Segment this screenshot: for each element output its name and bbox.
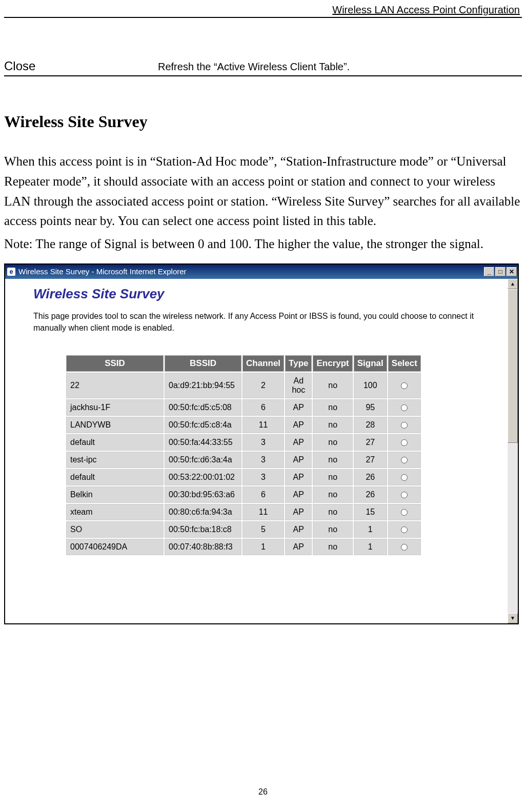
cell-ssid: 0007406249DA	[66, 539, 164, 555]
select-radio[interactable]	[401, 457, 408, 463]
th-select: Select	[388, 355, 421, 372]
cell-channel: 5	[242, 521, 284, 538]
cell-select	[388, 469, 421, 485]
cell-bssid: 00:50:fc:d5:c5:08	[165, 399, 241, 416]
select-radio[interactable]	[401, 492, 408, 498]
table-row: default00:53:22:00:01:023APno26	[66, 469, 421, 485]
table-row: xteam00:80:c6:fa:94:3a11APno15	[66, 504, 421, 520]
cell-signal: 28	[354, 417, 387, 433]
select-radio[interactable]	[401, 422, 408, 429]
select-radio[interactable]	[401, 382, 408, 389]
cell-bssid: 00:30:bd:95:63:a6	[165, 486, 241, 503]
cell-ssid: SO	[66, 521, 164, 538]
page-number: 26	[0, 787, 526, 797]
select-radio[interactable]	[401, 474, 408, 481]
cell-bssid: 00:50:fa:44:33:55	[165, 434, 241, 451]
window-titlebar: e Wireless Site Survey - Microsoft Inter…	[5, 265, 518, 279]
cell-bssid: 00:80:c6:fa:94:3a	[165, 504, 241, 520]
cell-signal: 26	[354, 469, 387, 485]
table-row: default00:50:fa:44:33:553APno27	[66, 434, 421, 451]
cell-type: AP	[285, 539, 312, 555]
table-row: SO00:50:fc:ba:18:c85APno1	[66, 521, 421, 538]
cell-type: AP	[285, 469, 312, 485]
cell-type: AP	[285, 486, 312, 503]
cell-type: Ad hoc	[285, 373, 312, 398]
cell-ssid: LANDYWB	[66, 417, 164, 433]
cell-signal: 100	[354, 373, 387, 398]
cell-select	[388, 373, 421, 398]
definition-row: Close Refresh the “Active Wireless Clien…	[4, 59, 522, 76]
th-ssid: SSID	[66, 355, 164, 372]
vertical-scrollbar[interactable]: ▲ ▼	[508, 279, 518, 623]
cell-ssid: test-ipc	[66, 452, 164, 468]
section-heading: Wireless Site Survey	[4, 112, 522, 131]
scroll-up-button[interactable]: ▲	[508, 279, 518, 289]
table-row: 0007406249DA00:07:40:8b:88:f31APno1	[66, 539, 421, 555]
section-para-2: Note: The range of Signal is between 0 a…	[4, 234, 522, 254]
cell-signal: 27	[354, 452, 387, 468]
cell-ssid: jackhsu-1F	[66, 399, 164, 416]
screenshot-figure: e Wireless Site Survey - Microsoft Inter…	[4, 263, 519, 624]
th-bssid: BSSID	[165, 355, 241, 372]
scroll-track[interactable]	[508, 289, 518, 613]
cell-type: AP	[285, 504, 312, 520]
cell-bssid: 00:07:40:8b:88:f3	[165, 539, 241, 555]
cell-encrypt: no	[313, 434, 352, 451]
cell-ssid: default	[66, 469, 164, 485]
cell-ssid: Belkin	[66, 486, 164, 503]
select-radio[interactable]	[401, 404, 408, 411]
cell-signal: 1	[354, 539, 387, 555]
cell-encrypt: no	[313, 469, 352, 485]
cell-signal: 95	[354, 399, 387, 416]
scroll-down-button[interactable]: ▼	[508, 613, 518, 623]
cell-bssid: 00:50:fc:d6:3a:4a	[165, 452, 241, 468]
cell-channel: 2	[242, 373, 284, 398]
cell-ssid: default	[66, 434, 164, 451]
cell-ssid: xteam	[66, 504, 164, 520]
cell-type: AP	[285, 521, 312, 538]
table-row: LANDYWB00:50:fc:d5:c8:4a11APno28	[66, 417, 421, 433]
cell-channel: 3	[242, 469, 284, 485]
cell-channel: 11	[242, 417, 284, 433]
window-minimize-button[interactable]: _	[484, 267, 494, 276]
select-radio[interactable]	[401, 544, 408, 551]
site-survey-table: SSID BSSID Channel Type Encrypt Signal S…	[65, 354, 422, 556]
cell-encrypt: no	[313, 504, 352, 520]
scroll-thumb[interactable]	[508, 289, 518, 443]
cell-channel: 6	[242, 486, 284, 503]
cell-select	[388, 452, 421, 468]
cell-bssid: 00:50:fc:d5:c8:4a	[165, 417, 241, 433]
cell-signal: 1	[354, 521, 387, 538]
cell-type: AP	[285, 434, 312, 451]
panel-description: This page provides tool to scan the wire…	[33, 310, 484, 334]
ie-icon: e	[7, 268, 15, 276]
select-radio[interactable]	[401, 439, 408, 446]
cell-channel: 6	[242, 399, 284, 416]
table-row: Belkin00:30:bd:95:63:a66APno26	[66, 486, 421, 503]
section-para-1: When this access point is in “Station-Ad…	[4, 152, 522, 231]
cell-channel: 1	[242, 539, 284, 555]
cell-encrypt: no	[313, 486, 352, 503]
th-channel: Channel	[242, 355, 284, 372]
cell-channel: 3	[242, 452, 284, 468]
cell-encrypt: no	[313, 373, 352, 398]
cell-encrypt: no	[313, 539, 352, 555]
cell-select	[388, 521, 421, 538]
cell-select	[388, 486, 421, 503]
cell-select	[388, 504, 421, 520]
th-type: Type	[285, 355, 312, 372]
cell-ssid: 22	[66, 373, 164, 398]
window-maximize-button[interactable]: □	[495, 267, 505, 276]
window-close-button[interactable]: ✕	[507, 267, 517, 276]
cell-select	[388, 539, 421, 555]
cell-type: AP	[285, 417, 312, 433]
cell-select	[388, 434, 421, 451]
cell-signal: 26	[354, 486, 387, 503]
select-radio[interactable]	[401, 526, 408, 533]
cell-encrypt: no	[313, 521, 352, 538]
table-row: jackhsu-1F00:50:fc:d5:c5:086APno95	[66, 399, 421, 416]
select-radio[interactable]	[401, 509, 408, 516]
window-title: Wireless Site Survey - Microsoft Interne…	[18, 267, 187, 276]
cell-channel: 11	[242, 504, 284, 520]
cell-signal: 15	[354, 504, 387, 520]
